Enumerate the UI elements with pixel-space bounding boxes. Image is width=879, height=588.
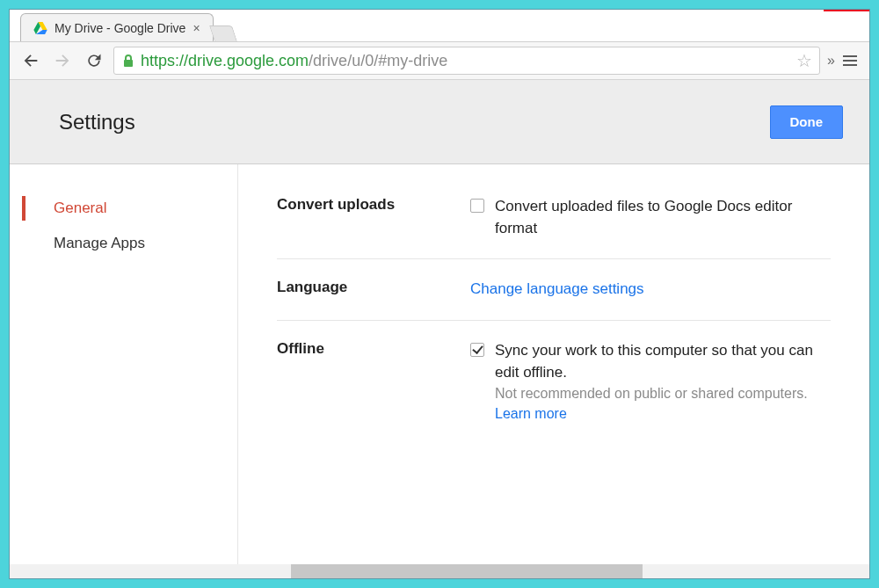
scrollbar-thumb[interactable] [291, 564, 643, 578]
setting-row-offline: Offline Sync your work to this computer … [277, 321, 831, 444]
convert-uploads-text: Convert uploaded files to Google Docs ed… [495, 196, 831, 239]
done-button[interactable]: Done [770, 105, 844, 139]
change-language-link[interactable]: Change language settings [470, 280, 644, 297]
bookmark-star-icon[interactable]: ☆ [796, 50, 812, 71]
sidebar-item-general[interactable]: General [10, 191, 237, 226]
setting-label: Language [277, 279, 470, 301]
reload-button[interactable] [82, 48, 106, 73]
settings-sidebar: General Manage Apps [10, 164, 238, 578]
convert-uploads-checkbox[interactable] [470, 199, 484, 213]
sidebar-item-manage-apps[interactable]: Manage Apps [10, 226, 237, 261]
settings-header: Settings Done [10, 80, 869, 164]
learn-more-link[interactable]: Learn more [495, 406, 567, 421]
tab-strip: My Drive - Google Drive × [10, 11, 869, 41]
drive-icon [33, 22, 47, 34]
setting-row-convert-uploads: Convert uploads Convert uploaded files t… [277, 191, 831, 259]
browser-menu-button[interactable] [839, 50, 861, 71]
url-path: /drive/u/0/#my-drive [309, 52, 447, 69]
address-bar[interactable]: https://drive.google.com/drive/u/0/#my-d… [113, 47, 820, 75]
svg-rect-5 [124, 60, 133, 67]
offline-text: Sync your work to this computer so that … [495, 340, 831, 383]
browser-window: My Drive - Google Drive × https://drive.… [9, 9, 870, 579]
tab-title: My Drive - Google Drive [54, 21, 185, 35]
page-content: Settings Done General Manage Apps Conver… [10, 80, 869, 578]
setting-row-language: Language Change language settings [277, 259, 831, 321]
extensions-overflow-icon[interactable]: » [827, 53, 832, 69]
setting-label: Offline [277, 340, 470, 425]
tab-close-icon[interactable]: × [193, 21, 200, 35]
horizontal-scrollbar[interactable] [10, 564, 869, 578]
new-tab-button[interactable] [209, 25, 237, 41]
browser-toolbar: https://drive.google.com/drive/u/0/#my-d… [10, 41, 869, 80]
url-text: https://drive.google.com/drive/u/0/#my-d… [141, 52, 447, 70]
settings-panel: Convert uploads Convert uploaded files t… [238, 164, 869, 578]
browser-tab[interactable]: My Drive - Google Drive × [20, 13, 214, 41]
offline-sync-checkbox[interactable] [470, 343, 484, 357]
lock-icon [121, 54, 135, 68]
settings-title: Settings [59, 110, 135, 134]
url-scheme: https [141, 52, 175, 69]
settings-body: General Manage Apps Convert uploads Conv… [10, 164, 869, 578]
forward-button[interactable] [50, 48, 75, 73]
url-host: ://drive.google.com [175, 52, 309, 69]
settings-dialog: Settings Done General Manage Apps Conver… [10, 80, 869, 578]
setting-label: Convert uploads [277, 196, 470, 239]
back-button[interactable] [18, 48, 43, 73]
offline-subtext: Not recommended on public or shared comp… [495, 383, 831, 424]
